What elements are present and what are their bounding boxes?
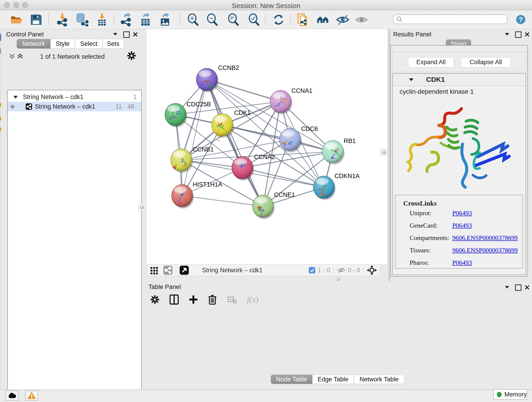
import-table-from-file-button[interactable] (95, 13, 109, 27)
network-selection-status: 1 of 1 Network selected (27, 53, 118, 60)
crosslink-value-link[interactable]: 9606.ENSP00000378699 (452, 247, 518, 254)
detach-view-button[interactable] (179, 265, 189, 275)
results-panel-float-button[interactable] (515, 32, 521, 38)
first-neighbors-button[interactable] (316, 13, 330, 27)
right-splitter-handle[interactable] (380, 148, 388, 156)
network-canvas[interactable]: CCNB2CCNA1CDC25BCDK1CDC6RB1CCNB1CCNA2CDK… (147, 29, 387, 264)
title-bar: Session: New Session (0, 0, 532, 10)
memory-button[interactable]: Memory (493, 389, 527, 400)
network-view-toolbar: String Network – cdk1 1 - 0 0 - 0 (147, 264, 380, 276)
table-panel-float-button[interactable] (515, 284, 521, 291)
import-network-icon (56, 13, 69, 26)
export-table-button[interactable] (139, 13, 152, 27)
cloud-status-button[interactable] (6, 390, 18, 401)
left-splitter-handle[interactable] (138, 204, 146, 211)
selected-checkbox-icon[interactable] (309, 267, 316, 274)
grid-view-button[interactable] (150, 266, 158, 274)
network-collection-label: String Network – cdk1 (23, 92, 83, 102)
gene-card-header[interactable]: CDK1 (393, 74, 526, 86)
import-network-from-database-button[interactable] (75, 13, 89, 27)
collapse-all-button[interactable]: Collapse All (461, 57, 511, 67)
node-count: 11 (115, 102, 122, 111)
crosslink-value-link[interactable]: P06493 (452, 222, 472, 229)
network-graph[interactable]: CCNB2CCNA1CDC25BCDK1CDC6RB1CCNB1CCNA2CDK… (147, 29, 387, 264)
horizontal-splitter-handle[interactable] (336, 277, 340, 281)
network-panel-gear-button[interactable] (127, 51, 136, 60)
search-field[interactable] (393, 14, 507, 24)
search-input[interactable] (403, 16, 502, 23)
network-node-CDK1[interactable]: CDK1 (212, 109, 251, 141)
zoom-selected-button[interactable] (247, 13, 261, 27)
crosslink-row: GeneCard:P06493 (395, 222, 522, 234)
duplicate-network-button[interactable] (296, 13, 310, 27)
warning-icon (27, 392, 36, 399)
zoom-in-icon (187, 13, 200, 26)
database-network-icon (75, 13, 89, 26)
expand-all-button[interactable]: Expand All (408, 57, 454, 67)
refresh-layout-icon (272, 13, 285, 26)
collapse-all-tree-button[interactable] (9, 53, 15, 60)
crosslink-value-link[interactable]: 9606.ENSP00000378699 (452, 234, 518, 242)
network-node-CDC25B[interactable]: CDC25B (165, 101, 211, 128)
crosslink-row: Tissues:9606.ENSP00000378699 (395, 247, 522, 259)
network-node-CCNA1[interactable]: CCNA1 (270, 87, 312, 114)
houses-icon (317, 13, 330, 26)
delete-column-button[interactable] (208, 294, 217, 305)
network-node-CCNB2[interactable]: CCNB2 (196, 64, 239, 92)
export-image-button[interactable] (158, 13, 172, 27)
apply-preferred-layout-button[interactable] (272, 13, 285, 27)
crosslink-value-link[interactable]: P06493 (452, 210, 472, 217)
zoom-in-button[interactable] (186, 13, 200, 27)
memory-status-dot (497, 392, 501, 397)
control-panel-float-button[interactable] (123, 32, 130, 38)
network-view-mode-button[interactable] (163, 266, 172, 275)
import-network-from-file-button[interactable] (56, 13, 69, 27)
table-panel-title: Table Panel (148, 283, 181, 291)
hide-selected-button[interactable] (336, 13, 350, 27)
expand-all-tree-button[interactable] (17, 53, 23, 60)
results-panel-close-button[interactable]: ✕ (524, 31, 530, 38)
tab-select[interactable]: Select (75, 39, 103, 49)
node-label-CDC25B: CDC25B (186, 101, 211, 108)
network-node-HIST1H1A[interactable]: HIST1H1A (172, 181, 222, 209)
network-node-RB1[interactable]: RB1 (322, 138, 356, 165)
node-label-CCNB1: CCNB1 (193, 146, 214, 153)
warnings-button[interactable] (25, 390, 38, 401)
control-panel-menu-icon[interactable] (113, 32, 118, 36)
crosslink-value-link[interactable]: P06493 (452, 259, 472, 266)
network-row-selected[interactable]: String Network – cdk1 11 48 (8, 102, 141, 111)
zoom-fit-content-button[interactable] (227, 13, 240, 27)
collapse-arrow-icon[interactable] (13, 95, 18, 99)
table-settings-button[interactable] (150, 295, 159, 304)
network-node-CCNE1[interactable]: CCNE1 (253, 191, 295, 219)
birds-eye-toggle-button[interactable] (367, 265, 377, 275)
tab-edge-table[interactable]: Edge Table (312, 375, 354, 384)
table-panel-close-button[interactable]: ✕ (524, 283, 530, 292)
tab-sets[interactable]: Sets (103, 39, 124, 49)
create-column-button[interactable] (189, 295, 198, 304)
network-node-CDKN1A[interactable]: CDKN1A (313, 172, 360, 200)
screen-edge-artifacts (0, 29, 1, 389)
zoom-out-button[interactable] (206, 13, 219, 27)
show-all-button[interactable] (355, 13, 368, 27)
export-network-button[interactable] (119, 13, 133, 27)
tab-network-table[interactable]: Network Table (354, 375, 404, 384)
crosslink-label: Uniprot: (410, 210, 431, 217)
window-title: Session: New Session (0, 2, 532, 10)
table-panel-menu-icon[interactable] (505, 285, 510, 289)
footer-separator (176, 266, 176, 274)
save-session-button[interactable] (29, 13, 43, 27)
show-columns-button[interactable] (170, 294, 179, 305)
tab-network[interactable]: Network (17, 39, 51, 49)
tab-style[interactable]: Style (51, 39, 75, 49)
results-panel-menu-icon[interactable] (505, 32, 510, 36)
tab-node-table[interactable]: Node Table (271, 375, 312, 384)
network-collection-row[interactable]: String Network – cdk1 1 (8, 92, 141, 102)
help-button[interactable]: ? (516, 15, 525, 24)
control-panel-close-button[interactable]: ✕ (133, 31, 138, 38)
open-session-button[interactable] (10, 13, 23, 27)
control-panel: Control Panel ✕ NetworkStyleSelectSets 1… (1, 29, 145, 389)
main-toolbar: ? (0, 10, 532, 29)
network-node-CDC6[interactable]: CDC6 (279, 125, 318, 153)
collapse-arrow-icon[interactable] (409, 78, 414, 82)
